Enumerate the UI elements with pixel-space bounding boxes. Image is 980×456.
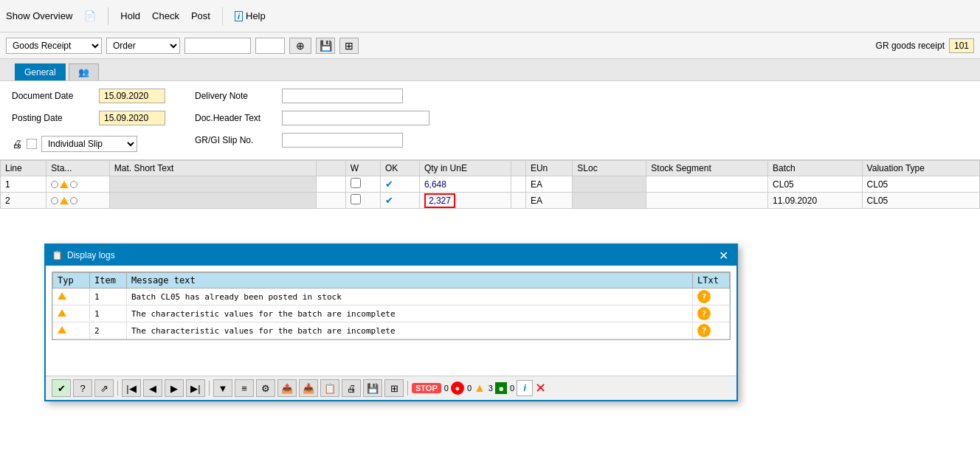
table-header-row: Line Sta... Mat. Short Text W OK Qty in … [1, 161, 980, 176]
log-header-row: Typ Item Message text LTxt [53, 273, 730, 289]
main-toolbar: Show Overview 📄 Hold Check Post i Help [0, 0, 980, 32]
ltxt-icon-3[interactable]: ? [697, 324, 711, 337]
log-ltxt-3[interactable]: ? [693, 322, 730, 339]
warning-triangle-icon: ▲ [474, 381, 486, 395]
cell-sloc-2: ████ [573, 193, 646, 209]
log-msg-2: The characteristic values for the batch … [127, 305, 693, 322]
tab-general[interactable]: General [15, 63, 66, 80]
ltxt-icon-1[interactable]: ? [697, 290, 711, 303]
slip-checkbox[interactable] [27, 139, 37, 149]
dtb-save-button[interactable]: 💾 [363, 379, 382, 397]
stop-label: STOP [412, 383, 441, 393]
hold-button[interactable]: Hold [120, 10, 140, 21]
tabs-area: General 👥 [0, 59, 980, 81]
dtb-table-button[interactable]: ⊞ [384, 379, 404, 397]
dtb-info-button[interactable]: i [517, 380, 533, 396]
col-empty2 [511, 161, 525, 176]
dtb-align-button[interactable]: ≡ [235, 379, 254, 397]
log-item-3: 2 [90, 322, 127, 339]
form-col-left: Document Date 15.09.2020 Posting Date 15… [12, 89, 165, 152]
col-batch: Batch [768, 161, 863, 176]
tab-people[interactable]: 👥 [69, 63, 99, 80]
printer-icon[interactable]: 🖨 [12, 138, 22, 150]
cell-stock-seg-2 [646, 193, 768, 209]
transaction-select[interactable]: Goods Receipt [6, 38, 102, 54]
help-button[interactable]: i Help [235, 10, 266, 21]
w-check-2[interactable] [351, 194, 361, 204]
show-overview-button[interactable]: Show Overview [6, 10, 72, 21]
cell-qty-2: 2,327 [419, 193, 511, 209]
ltxt-icon-2[interactable]: ? [697, 307, 711, 320]
dialog-titlebar: 📋 Display logs ✕ [46, 245, 736, 266]
col-val-type: Valuation Type [862, 161, 979, 176]
log-msg-1: Batch CL05 has already been posted in st… [127, 289, 693, 305]
order-select[interactable]: Order [106, 38, 180, 54]
delivery-note-input[interactable] [282, 89, 403, 103]
table-row[interactable]: 2 ████████████████ ✔ 2,327 EA [1, 193, 980, 209]
log-col-msg: Message text [127, 273, 693, 289]
order-suffix-input[interactable] [255, 38, 285, 54]
table-icon-button[interactable]: ⊞ [339, 38, 359, 54]
info-icon: i [235, 11, 243, 21]
delivery-note-row: Delivery Note [195, 89, 429, 103]
log-row: 1 The characteristic values for the batc… [53, 305, 730, 322]
cell-ok-1: ✔ [380, 176, 419, 193]
cell-val-type-1: CL05 [862, 176, 979, 193]
col-qty: Qty in UnE [419, 161, 511, 176]
cell-sta-2 [46, 193, 110, 209]
display-logs-dialog: 📋 Display logs ✕ Typ Item Message text L… [44, 243, 738, 401]
dtb-export-button[interactable]: 📤 [277, 379, 297, 397]
order-type-dropdown[interactable]: Order [106, 38, 180, 54]
posting-date-value: 15.09.2020 [99, 111, 165, 125]
slip-type-select[interactable]: Individual Slip [41, 136, 137, 152]
save-icon-button[interactable]: 💾 [316, 38, 335, 54]
dtb-import-button[interactable]: 📥 [299, 379, 318, 397]
col-ok: OK [380, 161, 419, 176]
cell-ok-2: ✔ [380, 193, 419, 209]
w-check-1[interactable] [351, 178, 361, 188]
cell-mat-1: ████████████████ [109, 176, 316, 193]
dtb-settings-button[interactable]: ⚙ [256, 379, 275, 397]
warning-icon-3 [58, 326, 66, 334]
col-sta: Sta... [46, 161, 110, 176]
gr-receipt-value: 101 [949, 38, 974, 53]
order-number-input[interactable] [184, 38, 251, 54]
gr-gi-slip-input[interactable] [282, 133, 403, 148]
post-button[interactable]: Post [191, 10, 210, 21]
form-col-right: Delivery Note Doc.Header Text GR/GI Slip… [195, 89, 429, 152]
dtb-accept-button[interactable]: ✔ [52, 379, 71, 397]
dtb-sep2 [209, 381, 210, 395]
dialog-spacer [52, 340, 731, 370]
toolbar-sep2 [222, 7, 223, 25]
cell-eun-2: EA [525, 193, 572, 209]
dtb-next-button[interactable]: ▶ [165, 379, 184, 397]
gr-receipt-label: GR goods receipt [876, 41, 945, 51]
log-ltxt-2[interactable]: ? [693, 305, 730, 322]
dtb-copy-button[interactable]: 📋 [320, 379, 339, 397]
table-row[interactable]: 1 ████████████████ ✔ 6,648 EA [1, 176, 980, 193]
dtb-first-button[interactable]: |◀ [122, 379, 141, 397]
new-document-button[interactable]: 📄 [84, 10, 96, 21]
log-ltxt-1[interactable]: ? [693, 289, 730, 305]
dtb-last-button[interactable]: ▶| [186, 379, 205, 397]
transaction-type-dropdown[interactable]: Goods Receipt [6, 38, 102, 54]
dtb-close-button[interactable]: ✕ [535, 380, 546, 396]
dtb-question-button[interactable]: ? [73, 379, 92, 397]
dtb-print-button[interactable]: 🖨 [342, 379, 361, 397]
cell-empty2-1 [511, 176, 525, 193]
ok-check-2: ✔ [385, 195, 393, 206]
dtb-prev-button[interactable]: ◀ [143, 379, 162, 397]
dtb-filter-button[interactable]: ▼ [213, 379, 232, 397]
doc-header-input[interactable] [282, 111, 429, 125]
doc-date-label: Document Date [12, 91, 93, 101]
execute-button[interactable]: ⊕ [289, 38, 311, 54]
cell-val-type-2: CL05 [862, 193, 979, 209]
posting-date-row: Posting Date 15.09.2020 [12, 111, 165, 125]
dtb-sep1 [117, 381, 118, 395]
slip-type-dropdown[interactable]: Individual Slip [41, 136, 137, 152]
col-empty [316, 161, 345, 176]
dtb-link-button[interactable]: ⇗ [94, 379, 114, 397]
cell-qty-1: 6,648 [419, 176, 511, 193]
check-button[interactable]: Check [152, 10, 179, 21]
dialog-close-button[interactable]: ✕ [716, 248, 731, 263]
